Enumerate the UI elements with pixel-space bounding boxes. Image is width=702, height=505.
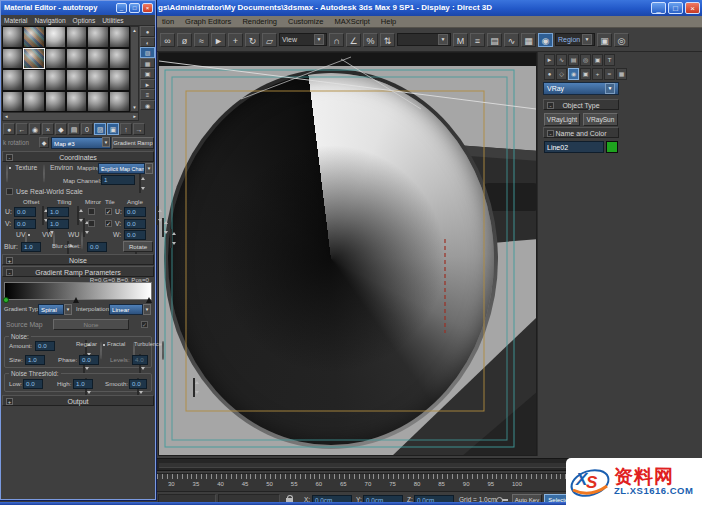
slots-vertical-scrollbar[interactable]: ▲ ▼: [130, 26, 139, 112]
map-type-button[interactable]: Gradient Ramp: [112, 137, 154, 149]
menu-material[interactable]: Material: [4, 17, 27, 24]
material-sample-slot[interactable]: [109, 69, 130, 91]
object-name-field[interactable]: Line02: [544, 141, 604, 153]
menu-help[interactable]: Help: [381, 17, 396, 26]
blur-offset-field[interactable]: 0.0: [87, 242, 107, 252]
material-editor-titlebar[interactable]: Material Editor - autotropy _ □ ×: [1, 1, 155, 15]
put-to-library-icon[interactable]: ▤: [68, 123, 80, 135]
spinner-snap-icon[interactable]: ⇅: [380, 33, 395, 47]
assign-to-selection-icon[interactable]: ◉: [29, 123, 41, 135]
material-sample-slot[interactable]: [66, 48, 87, 70]
amount-field[interactable]: 0.0: [35, 341, 55, 351]
menu-options[interactable]: Options: [73, 17, 96, 24]
tab-display[interactable]: ▣: [592, 54, 603, 66]
scroll-right-icon[interactable]: ►: [133, 114, 137, 119]
menu-navigation[interactable]: Navigation: [34, 17, 65, 24]
material-sample-slot[interactable]: [87, 26, 108, 48]
snap-toggle-icon[interactable]: ∩: [329, 33, 344, 47]
render-setup-icon[interactable]: ▣: [597, 33, 612, 47]
u-mirror-checkbox[interactable]: [88, 208, 95, 215]
v-tiling-field[interactable]: 1.0: [47, 219, 69, 229]
sample-uv-tiling-icon[interactable]: ▦: [140, 58, 155, 69]
material-sample-slot[interactable]: [23, 26, 44, 48]
render-type-dropdown[interactable]: Region ▼: [555, 33, 595, 46]
tab-create[interactable]: ►: [544, 54, 555, 66]
gradient-flag-middle[interactable]: [73, 297, 79, 303]
make-preview-icon[interactable]: ►: [140, 79, 155, 90]
map-channel-spinner[interactable]: [139, 174, 141, 193]
material-sample-slot[interactable]: [23, 91, 44, 113]
show-end-result-icon[interactable]: ▣: [107, 123, 119, 135]
track-bar[interactable]: 3035404550556065707580859095100: [156, 473, 596, 492]
category-cameras[interactable]: ▣: [580, 68, 591, 80]
background-icon[interactable]: ▨: [140, 47, 155, 58]
w-angle-spinner[interactable]: [170, 229, 172, 248]
tab-hierarchy[interactable]: ▤: [568, 54, 579, 66]
scroll-up-icon[interactable]: ▲: [131, 28, 138, 33]
rollout-output[interactable]: + Output: [2, 395, 154, 406]
mirror-icon[interactable]: M: [453, 33, 468, 47]
select-and-link-icon[interactable]: ∞: [160, 33, 175, 47]
levels-field[interactable]: 4.0: [132, 355, 148, 365]
make-unique-icon[interactable]: ◆: [55, 123, 67, 135]
select-object-icon[interactable]: ►: [211, 33, 226, 47]
menu-utilities[interactable]: Utilities: [102, 17, 123, 24]
eyedropper-icon[interactable]: ◆: [39, 137, 49, 148]
category-helpers[interactable]: +: [592, 68, 603, 80]
wu-radio[interactable]: [81, 231, 83, 250]
spline-line-1[interactable]: [159, 61, 536, 109]
phase-field[interactable]: 0.0: [79, 355, 99, 365]
object-color-swatch[interactable]: [606, 141, 618, 153]
slots-horizontal-scrollbar[interactable]: ◄ ►: [2, 112, 139, 121]
use-real-world-checkbox[interactable]: [6, 188, 13, 195]
select-and-move-icon[interactable]: +: [228, 33, 243, 47]
high-field[interactable]: 1.0: [73, 379, 93, 389]
time-slider[interactable]: [156, 458, 596, 471]
chevron-down-icon[interactable]: ▼: [143, 304, 151, 315]
rollout-name-and-color[interactable]: - Name and Color: [543, 127, 619, 138]
category-lights[interactable]: ◉: [568, 68, 579, 80]
expand-icon[interactable]: +: [6, 398, 13, 405]
material-sample-slot[interactable]: [87, 48, 108, 70]
tab-motion[interactable]: ◎: [580, 54, 591, 66]
video-color-check-icon[interactable]: ▣: [140, 68, 155, 79]
size-field[interactable]: 1.0: [25, 355, 45, 365]
v-tile-checkbox[interactable]: ✓: [105, 220, 112, 227]
chevron-down-icon[interactable]: ▼: [64, 304, 72, 315]
u-offset-field[interactable]: 0.0: [14, 207, 36, 217]
backlight-icon[interactable]: ◐: [140, 37, 155, 48]
reference-coordinate-dropdown[interactable]: View ▼: [279, 33, 327, 46]
v-mirror-checkbox[interactable]: [88, 220, 95, 227]
bind-to-spacewarp-icon[interactable]: ≈: [194, 33, 209, 47]
material-sample-slot[interactable]: [66, 91, 87, 113]
menu-customize[interactable]: Customize: [288, 17, 323, 26]
material-sample-slot[interactable]: [2, 26, 23, 48]
u-angle-spinner[interactable]: [156, 206, 158, 225]
align-icon[interactable]: ≡: [470, 33, 485, 47]
u-offset-spinner[interactable]: [42, 206, 44, 225]
menu-graph-editors[interactable]: Graph Editors: [185, 17, 231, 26]
object-category-dropdown[interactable]: VRay ▼: [543, 82, 619, 95]
material-sample-slot[interactable]: [66, 69, 87, 91]
material-id-icon[interactable]: 0: [81, 123, 93, 135]
interpolation-dropdown[interactable]: Linear: [109, 304, 143, 315]
select-and-rotate-icon[interactable]: ↻: [245, 33, 260, 47]
rollout-noise[interactable]: + Noise: [2, 254, 154, 265]
perspective-viewport[interactable]: [158, 52, 537, 456]
material-sample-slot[interactable]: [23, 48, 44, 70]
environ-radio[interactable]: [43, 164, 45, 183]
material-sample-slot[interactable]: [2, 69, 23, 91]
rollout-coordinates[interactable]: - Coordinates: [2, 151, 154, 162]
map-channel-field[interactable]: 1: [101, 175, 135, 185]
close-icon[interactable]: ×: [142, 3, 153, 13]
options-icon[interactable]: ≡: [140, 89, 155, 100]
material-sample-slot[interactable]: [109, 26, 130, 48]
regular-radio[interactable]: [100, 341, 102, 360]
percent-snap-icon[interactable]: %: [363, 33, 378, 47]
reset-map-icon[interactable]: ×: [42, 123, 54, 135]
material-sample-slot[interactable]: [45, 48, 66, 70]
maximize-button[interactable]: □: [668, 2, 683, 14]
menu-rendering[interactable]: Rendering: [242, 17, 277, 26]
layer-manager-icon[interactable]: ▤: [487, 33, 502, 47]
angle-snap-icon[interactable]: ∠: [346, 33, 361, 47]
